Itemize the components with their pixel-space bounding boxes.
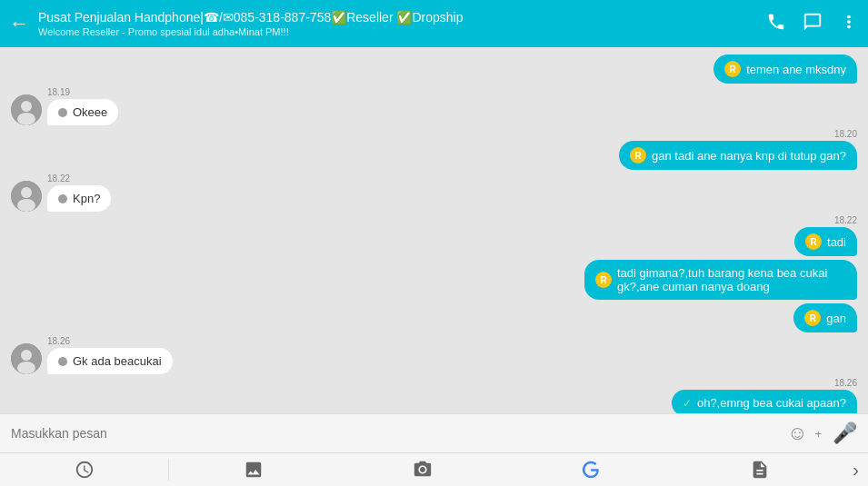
message-bubble: Gk ada beacukai <box>47 348 173 374</box>
emoji-icon[interactable]: ☺ <box>787 422 807 445</box>
message-text: temen ane mksdny <box>746 63 846 76</box>
more-options-icon[interactable] <box>839 12 859 36</box>
svg-point-1 <box>21 101 32 112</box>
svg-point-2 <box>17 113 35 125</box>
message-bubble: Kpn? <box>47 185 111 212</box>
checkmark-icon: ✓ <box>683 397 692 410</box>
phone-icon[interactable] <box>766 12 786 36</box>
message-bubble: R temen ane mksdny <box>713 55 857 84</box>
sender-avatar: R <box>805 233 822 250</box>
message-text: tadi <box>827 235 846 249</box>
message-row: R temen ane mksdny <box>11 55 857 84</box>
message-row: 18.19 Okeee <box>11 87 857 125</box>
chat-header: ← Pusat Penjualan Handphone|☎/✉085-318-8… <box>0 0 868 47</box>
sender-avatar: R <box>804 310 821 326</box>
avatar <box>11 181 42 212</box>
message-bubble-wrap: 18.26 Gk ada beacukai <box>47 336 173 374</box>
message-bubble-wrap: R temen ane mksdny <box>713 55 857 84</box>
message-bubble-wrap: 18.19 Okeee <box>47 87 118 125</box>
status-dot <box>58 108 67 117</box>
message-text: Gk ada beacukai <box>73 354 162 368</box>
back-button[interactable]: ← <box>9 12 29 35</box>
svg-point-8 <box>17 362 35 374</box>
svg-point-7 <box>21 350 32 361</box>
svg-point-4 <box>21 187 32 198</box>
avatar <box>11 94 42 125</box>
header-info: Pusat Penjualan Handphone|☎/✉085-318-887… <box>38 9 766 38</box>
status-dot <box>58 194 67 203</box>
message-bubble-wrap: 18.26 ✓ oh?,emng bea cukai apaan? <box>672 378 857 413</box>
message-row: R gan <box>11 303 857 332</box>
bottom-toolbar: › <box>0 452 868 486</box>
message-row: R tadi gimana?,tuh barang kena bea cukai… <box>11 260 857 300</box>
emoji-plus-icon[interactable]: + <box>814 427 822 441</box>
svg-point-5 <box>17 199 35 212</box>
message-time: 18.19 <box>47 87 70 97</box>
message-time: 18.22 <box>834 215 857 225</box>
message-row: 18.22 R tadi <box>11 215 857 256</box>
message-time: 18.26 <box>47 336 70 346</box>
message-text: tadi gimana?,tuh barang kena bea cukai g… <box>617 266 846 293</box>
contact-name: Pusat Penjualan Handphone|☎/✉085-318-887… <box>38 9 766 25</box>
toolbar-clock[interactable] <box>0 460 168 480</box>
message-bubble-wrap: 18.20 R gan tadi ane nanya knp di tutup … <box>619 129 857 170</box>
sender-avatar: R <box>595 272 612 288</box>
message-row: 18.20 R gan tadi ane nanya knp di tutup … <box>11 129 857 170</box>
message-bubble-wrap: R gan <box>793 303 857 332</box>
voice-icon[interactable]: 🎤 <box>833 422 857 445</box>
avatar <box>11 343 42 374</box>
message-time: 18.20 <box>834 129 857 139</box>
toolbar-camera[interactable] <box>338 460 506 480</box>
message-text: oh?,emng bea cukai apaan? <box>697 396 846 410</box>
message-text: gan tadi ane nanya knp di tutup gan? <box>652 149 846 163</box>
message-row: 18.26 ✓ oh?,emng bea cukai apaan? <box>11 378 857 413</box>
message-time: 18.22 <box>47 174 70 183</box>
chat-area: R temen ane mksdny 18.19 Okeee 18.20 <box>0 47 868 413</box>
toolbar-image[interactable] <box>169 460 337 480</box>
sender-avatar: R <box>724 61 741 77</box>
message-text: Kpn? <box>73 192 100 205</box>
message-text: gan <box>826 312 846 325</box>
message-bubble: R gan tadi ane nanya knp di tutup gan? <box>619 141 857 170</box>
message-time: 18.26 <box>834 378 857 388</box>
toolbar-google[interactable] <box>506 460 674 480</box>
message-bubble: R tadi gimana?,tuh barang kena bea cukai… <box>584 260 857 300</box>
message-row: 18.22 Kpn? <box>11 174 857 212</box>
message-bubble: ✓ oh?,emng bea cukai apaan? <box>672 390 857 413</box>
contact-status: Welcome Reseller - Promo spesial idul ad… <box>38 25 766 38</box>
message-bubble-wrap: 18.22 Kpn? <box>47 174 111 212</box>
message-bubble: R tadi <box>794 227 857 256</box>
message-row: 18.26 Gk ada beacukai <box>11 336 857 374</box>
input-area: ☺ + 🎤 <box>0 413 868 452</box>
toolbar-document[interactable] <box>675 460 843 480</box>
message-input[interactable] <box>11 426 787 441</box>
toolbar-more-arrow[interactable]: › <box>843 460 868 481</box>
header-actions <box>766 12 859 36</box>
message-text: Okeee <box>73 105 107 119</box>
message-bubble-wrap: R tadi gimana?,tuh barang kena bea cukai… <box>584 260 857 300</box>
status-dot <box>58 357 67 366</box>
message-bubble: Okeee <box>47 99 118 125</box>
input-icons: ☺ + 🎤 <box>787 422 857 445</box>
message-icon[interactable] <box>803 12 823 36</box>
sender-avatar: R <box>630 147 646 164</box>
message-bubble: R gan <box>793 303 857 332</box>
message-bubble-wrap: 18.22 R tadi <box>794 215 857 256</box>
